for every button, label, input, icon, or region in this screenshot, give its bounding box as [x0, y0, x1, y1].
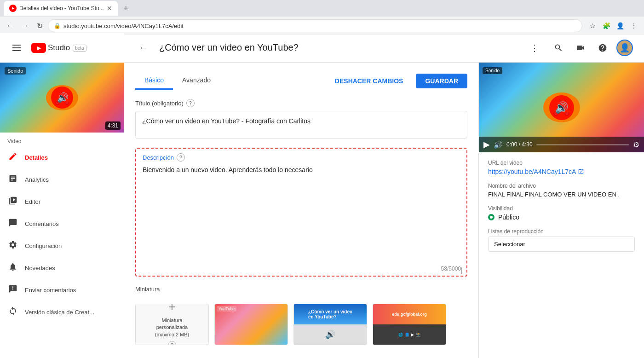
- forward-nav-btn[interactable]: →: [18, 19, 31, 32]
- miniatura-help-icon[interactable]: ?: [168, 341, 176, 345]
- right-panel: 🛵 Sonido 🔊 ▶ 🔊 0:00 / 4:30: [478, 63, 644, 358]
- title-input-area[interactable]: ¿Cómo ver un video en YouTube? - Fotogra…: [135, 111, 467, 139]
- enviar-comentarios-icon: [7, 284, 18, 296]
- configuracion-icon: [7, 240, 18, 252]
- sidebar-item-detalles[interactable]: Detalles: [0, 146, 124, 168]
- miniatura-thumb-1[interactable]: YouTube: [214, 304, 288, 345]
- save-btn[interactable]: GUARDAR: [416, 74, 467, 88]
- sidebar-item-editor[interactable]: Editor: [0, 191, 124, 213]
- tab-close-btn[interactable]: ✕: [107, 5, 112, 12]
- description-field: Descripción ? Bienvenido a un nuevo vide…: [135, 148, 467, 277]
- visibility-label: Visibilidad: [488, 205, 635, 212]
- tab-favicon: [9, 5, 17, 12]
- help-btn[interactable]: [594, 40, 611, 56]
- refresh-nav-btn[interactable]: ↻: [33, 19, 46, 32]
- video-url-link[interactable]: https://youtu.be/A4NCay1L7cA: [488, 168, 635, 175]
- video-url-value: https://youtu.be/A4NCay1L7cA: [488, 168, 576, 175]
- visibility-row: Público: [488, 214, 635, 221]
- sidebar-video-thumbnail[interactable]: 🛵 🔊 Sonido 4:31: [0, 63, 124, 133]
- sidebar: Studio beta 🛵 🔊 Sonido 4:31 Video: [0, 33, 124, 358]
- preview-time: 0:00 / 4:30: [506, 141, 533, 148]
- sidebar-item-analytics[interactable]: Analytics: [0, 168, 124, 191]
- more-options-btn[interactable]: ⋮: [526, 40, 543, 56]
- filename-label: Nombre del archivo: [488, 183, 635, 189]
- miniatura-thumb-3[interactable]: edu.gcfglobal.org 🌐 📘 ▶ 📸: [373, 304, 446, 345]
- sidebar-item-version-clasica[interactable]: Versión clásica de Creat...: [0, 301, 124, 323]
- active-tab[interactable]: Detalles del video - YouTube Stu... ✕: [4, 1, 118, 16]
- preview-play-btn[interactable]: ▶: [483, 139, 490, 150]
- hamburger-menu-btn[interactable]: [7, 39, 26, 57]
- create-btn[interactable]: [572, 40, 589, 56]
- tabs-actions: DESHACER CAMBIOS GUARDAR: [328, 74, 467, 88]
- analytics-icon: [7, 174, 18, 185]
- playlist-label: Listas de reproducción: [488, 228, 635, 235]
- sidebar-item-label-configuracion: Configuración: [25, 243, 62, 249]
- hamburger-line-1: [12, 45, 21, 46]
- studio-text: Studio: [48, 43, 70, 52]
- miniatura-custom-option[interactable]: + Miniaturapersonalizada(máximo 2 MB) ?: [135, 304, 209, 345]
- description-textarea[interactable]: Bienvenido a un nuevo video. Aprenderás …: [136, 163, 466, 265]
- sidebar-item-label-enviar-comentarios: Enviar comentarios: [25, 287, 76, 294]
- playlist-section: Listas de reproducción Seleccionar: [488, 228, 635, 252]
- extensions-btn[interactable]: 🧩: [600, 19, 613, 32]
- version-clasica-icon: [7, 306, 18, 318]
- sidebar-item-enviar-comentarios[interactable]: Enviar comentarios: [0, 279, 124, 301]
- novedades-icon: [7, 262, 18, 274]
- title-label-row: Título (obligatorio) ?: [135, 99, 467, 107]
- nav-bar: ← → ↻ 🔒 studio.youtube.com/video/A4NCay1…: [0, 17, 644, 35]
- user-avatar[interactable]: 👤: [616, 40, 633, 56]
- sidebar-play-btn[interactable]: 🔊: [51, 87, 73, 109]
- sidebar-header: Studio beta: [0, 33, 124, 63]
- filename-value: FINAL FINAL FINAL COMO VER UN VIDEO EN .: [488, 191, 635, 198]
- title-field: Título (obligatorio) ? ¿Cómo ver un vide…: [135, 99, 467, 139]
- description-wrapper: Descripción ? Bienvenido a un nuevo vide…: [135, 148, 467, 277]
- preview-progress-bar[interactable]: [536, 144, 629, 145]
- url-text: studio.youtube.com/video/A4NCay1L7cA/edi…: [63, 23, 184, 29]
- description-char-count: 58/5000: [441, 266, 461, 272]
- star-btn[interactable]: ☆: [586, 19, 599, 32]
- description-help-icon[interactable]: ?: [177, 153, 185, 162]
- search-btn[interactable]: [550, 40, 567, 56]
- tabs-bar: Básico Avanzado DESHACER CAMBIOS GUARDAR: [135, 72, 467, 90]
- address-bar[interactable]: 🔒 studio.youtube.com/video/A4NCay1L7cA/e…: [48, 19, 582, 32]
- visibility-status-dot: [488, 214, 494, 220]
- new-tab-btn[interactable]: +: [120, 2, 132, 15]
- editor-icon: [7, 196, 18, 208]
- title-help-icon[interactable]: ?: [186, 99, 195, 107]
- back-btn[interactable]: ←: [135, 40, 152, 56]
- video-url-label: URL del video: [488, 160, 635, 166]
- preview-volume-btn[interactable]: 🔊: [494, 140, 503, 149]
- tab-basic[interactable]: Básico: [135, 72, 173, 90]
- profile-btn[interactable]: 👤: [614, 19, 627, 32]
- preview-sonido-badge: Sonido: [483, 67, 502, 74]
- undo-changes-btn[interactable]: DESHACER CAMBIOS: [328, 74, 411, 88]
- editor-panel: Básico Avanzado DESHACER CAMBIOS GUARDAR…: [124, 63, 478, 358]
- nav-extra-buttons: ☆ 🧩 👤 ⋮: [586, 19, 640, 32]
- sidebar-nav: Video Detalles Analytics Editor: [0, 133, 124, 358]
- sidebar-item-comentarios[interactable]: Comentarios: [0, 213, 124, 235]
- preview-gear-btn[interactable]: ⚙: [633, 140, 639, 149]
- filename-section: Nombre del archivo FINAL FINAL FINAL COM…: [488, 183, 635, 198]
- miniatura-options: + Miniaturapersonalizada(máximo 2 MB) ? …: [135, 304, 467, 345]
- sidebar-item-label-analytics: Analytics: [25, 176, 49, 183]
- visibility-value: Público: [498, 214, 519, 221]
- preview-volume-overlay: 🔊: [549, 95, 574, 120]
- visibility-section: Visibilidad Público: [488, 205, 635, 221]
- sidebar-video-duration: 4:31: [105, 121, 121, 130]
- yt-studio-logo: Studio beta: [31, 43, 86, 53]
- back-nav-btn[interactable]: ←: [4, 19, 17, 32]
- miniatura-custom-label: Miniaturapersonalizada(máximo 2 MB): [155, 317, 190, 338]
- beta-badge: beta: [73, 45, 86, 52]
- sidebar-item-configuracion[interactable]: Configuración: [0, 235, 124, 257]
- title-label: Título (obligatorio): [135, 100, 184, 107]
- sidebar-item-label-detalles: Detalles: [25, 154, 48, 161]
- miniatura-thumb-2[interactable]: ¿Cómo ver un videoen YouTube? 🔊: [293, 304, 367, 345]
- tab-advanced[interactable]: Avanzado: [173, 72, 220, 90]
- playlist-select[interactable]: Seleccionar: [488, 237, 635, 252]
- browser-menu-btn[interactable]: ⋮: [627, 19, 640, 32]
- hamburger-line-2: [12, 47, 21, 48]
- title-value: ¿Cómo ver un video en YouTube? - Fotogra…: [142, 117, 310, 125]
- detalles-icon: [7, 152, 18, 163]
- sidebar-item-novedades[interactable]: Novedades: [0, 257, 124, 279]
- browser-chrome: Detalles del video - YouTube Stu... ✕ + …: [0, 0, 644, 33]
